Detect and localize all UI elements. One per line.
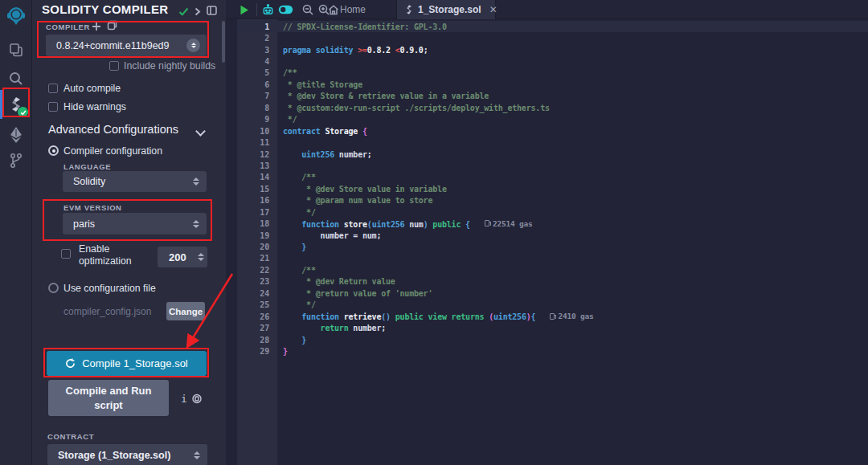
add-compiler-icon[interactable] bbox=[92, 20, 101, 35]
code-line[interactable]: 23 * @dev Return value bbox=[237, 276, 868, 288]
deploy-run-icon[interactable] bbox=[0, 120, 32, 149]
code-editor[interactable]: 1// SPDX-License-Identifier: GPL-3.023pr… bbox=[237, 21, 868, 357]
remix-logo-icon[interactable] bbox=[0, 2, 32, 31]
chevron-right-icon[interactable] bbox=[194, 5, 201, 19]
code-line[interactable]: 1// SPDX-License-Identifier: GPL-3.0 bbox=[237, 21, 868, 32]
info-icon[interactable]: i bbox=[181, 393, 187, 405]
code-line[interactable]: 16 * @param num value to store bbox=[237, 195, 868, 206]
copy-icon[interactable] bbox=[192, 393, 202, 407]
code-line[interactable]: 17 */ bbox=[237, 206, 868, 218]
code-text: */ bbox=[269, 115, 297, 124]
runs-stepper-icon[interactable] bbox=[186, 253, 204, 261]
code-line[interactable]: 19 number = num; bbox=[237, 230, 868, 241]
code-line[interactable]: 29} bbox=[237, 345, 868, 357]
code-line[interactable]: 22 /** bbox=[237, 264, 868, 275]
close-tab-icon[interactable]: ✕ bbox=[489, 4, 497, 15]
code-line[interactable]: 11 bbox=[237, 137, 868, 148]
chevron-down-icon[interactable] bbox=[195, 126, 206, 137]
code-line[interactable]: 2 bbox=[237, 32, 868, 43]
line-number: 2 bbox=[237, 34, 269, 43]
gas-estimate-badge: 22514 gas bbox=[485, 219, 533, 228]
compile-button[interactable]: Compile 1_Storage.sol bbox=[47, 351, 207, 376]
hide-warnings-checkbox[interactable] bbox=[48, 102, 58, 112]
language-label: LANGUAGE bbox=[63, 162, 111, 171]
file-tab[interactable]: 1_Storage.sol ✕ bbox=[396, 0, 496, 19]
enable-optimization-checkbox[interactable] bbox=[61, 249, 71, 259]
compile-and-run-button[interactable]: Compile and Run script bbox=[48, 380, 169, 416]
home-icon[interactable] bbox=[326, 0, 342, 19]
git-branch-icon[interactable] bbox=[0, 146, 32, 175]
home-tab-label[interactable]: Home bbox=[340, 4, 366, 15]
evm-version-select[interactable]: paris bbox=[63, 213, 207, 235]
code-line[interactable]: 26 function retrieve() public view retur… bbox=[237, 311, 868, 322]
contract-select[interactable]: Storage (1_Storage.sol) bbox=[47, 444, 207, 465]
change-config-button[interactable]: Change bbox=[166, 302, 205, 320]
compiler-version-select[interactable]: 0.8.24+commit.e11b9ed9 bbox=[46, 35, 207, 56]
use-configuration-file-label: Use configuration file bbox=[63, 283, 156, 294]
code-text: number = num; bbox=[269, 231, 381, 240]
contract-section-label: CONTRACT bbox=[47, 432, 94, 441]
code-line[interactable]: 4 bbox=[237, 55, 868, 67]
line-number: 5 bbox=[237, 68, 269, 77]
line-number: 13 bbox=[237, 161, 269, 170]
select-stepper-icon bbox=[193, 220, 199, 228]
line-number: 12 bbox=[237, 150, 269, 159]
code-line[interactable]: 24 * @return value of 'number' bbox=[237, 288, 868, 299]
code-text: * @dev Store & retrieve value in a varia… bbox=[269, 92, 489, 100]
compiler-configuration-radio[interactable] bbox=[48, 145, 59, 156]
auto-compile-checkbox[interactable] bbox=[48, 84, 58, 93]
activity-bar bbox=[0, 0, 32, 465]
search-icon[interactable] bbox=[0, 64, 32, 93]
reload-compiler-icon[interactable] bbox=[107, 19, 117, 34]
code-line[interactable]: 14 /** bbox=[237, 172, 868, 183]
line-number: 27 bbox=[237, 324, 269, 332]
code-line[interactable]: 27 return number; bbox=[237, 322, 868, 333]
line-number: 16 bbox=[237, 196, 269, 205]
code-text: function retrieve() public view returns … bbox=[269, 312, 594, 321]
code-text: */ bbox=[269, 300, 316, 309]
solidity-compiler-icon[interactable] bbox=[0, 90, 32, 119]
line-number: 4 bbox=[237, 57, 269, 66]
panel-scrollbar[interactable] bbox=[222, 21, 225, 63]
code-line[interactable]: 7 * @dev Store & retrieve value in a var… bbox=[237, 91, 868, 102]
optimization-runs-input[interactable]: 200 bbox=[158, 247, 207, 267]
code-line[interactable]: 21 bbox=[237, 253, 868, 264]
nightly-builds-checkbox[interactable] bbox=[109, 61, 119, 71]
line-number: 21 bbox=[237, 254, 269, 263]
active-plugin-indicator bbox=[0, 90, 2, 119]
code-line[interactable]: 8 * @custom:dev-run-script ./scripts/dep… bbox=[237, 102, 868, 113]
ai-toggle-icon[interactable] bbox=[276, 0, 295, 19]
code-line[interactable]: 13 bbox=[237, 160, 868, 171]
code-line[interactable]: 3pragma solidity >=0.8.2 <0.9.0; bbox=[237, 44, 868, 55]
code-line[interactable]: 25 */ bbox=[237, 300, 868, 311]
code-line[interactable]: 10contract Storage { bbox=[237, 125, 868, 137]
run-script-play-icon[interactable] bbox=[235, 0, 253, 19]
remixai-robot-icon[interactable] bbox=[260, 0, 276, 19]
solidity-compiler-panel: SOLIDITY COMPILER COMPILER 0.8.24+commit… bbox=[32, 0, 226, 465]
compiler-configuration-label: Compiler configuration bbox=[63, 145, 162, 157]
select-stepper-icon bbox=[193, 177, 199, 186]
language-select[interactable]: Solidity bbox=[63, 171, 207, 192]
gas-pump-icon bbox=[485, 220, 489, 226]
pin-panel-icon[interactable] bbox=[207, 4, 217, 18]
use-configuration-file-radio[interactable] bbox=[48, 283, 59, 293]
code-line[interactable]: 9 */ bbox=[237, 114, 868, 125]
file-tab-label: 1_Storage.sol bbox=[418, 4, 481, 15]
editor-area: Home 1_Storage.sol ✕ 1// SPDX-License-Id… bbox=[226, 0, 868, 465]
code-text: function store(uint256 num) public {2251… bbox=[269, 219, 533, 229]
compile-button-label: Compile 1_Storage.sol bbox=[82, 357, 188, 369]
optimization-runs-value: 200 bbox=[158, 251, 186, 263]
code-line[interactable]: 28 } bbox=[237, 334, 868, 345]
code-line[interactable]: 18 function store(uint256 num) public {2… bbox=[237, 218, 868, 229]
compiler-section-label: COMPILER bbox=[46, 22, 90, 31]
code-text: * @dev Return value bbox=[269, 277, 395, 286]
code-line[interactable]: 12 uint256 number; bbox=[237, 149, 868, 160]
code-line[interactable]: 5/** bbox=[237, 67, 868, 79]
code-line[interactable]: 20 } bbox=[237, 241, 868, 252]
zoom-out-icon[interactable] bbox=[300, 0, 316, 19]
code-line[interactable]: 6 * @title Storage bbox=[237, 79, 868, 90]
code-line[interactable]: 15 * @dev Store value in variable bbox=[237, 183, 868, 194]
file-explorer-icon[interactable] bbox=[0, 35, 32, 64]
advanced-configurations-title[interactable]: Advanced Configurations bbox=[48, 123, 178, 136]
line-number: 7 bbox=[237, 92, 269, 100]
